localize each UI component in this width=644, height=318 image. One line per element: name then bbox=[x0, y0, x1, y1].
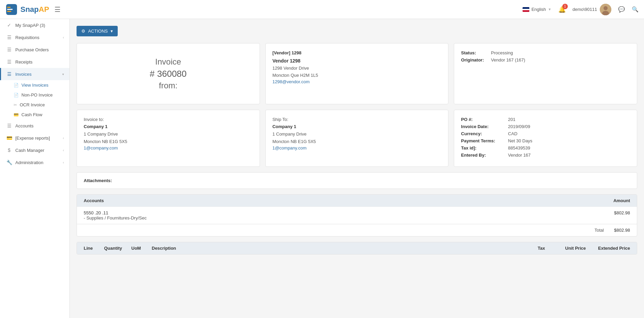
status-card: Status: Processing Originator: Vendor 16… bbox=[454, 43, 637, 104]
sidebar-item-expense-reports[interactable]: 💳 [Expense reports] ‹ bbox=[0, 132, 69, 144]
invoice-number: # 360080 bbox=[150, 68, 186, 80]
sidebar-item-receipts[interactable]: ☰ Receipts bbox=[0, 56, 69, 68]
accounts-icon: ☰ bbox=[6, 123, 12, 128]
sidebar-item-cash-manager[interactable]: $ Cash Manager ‹ bbox=[0, 144, 69, 156]
username-label: demo\90111 bbox=[573, 7, 597, 12]
sub-label-view-invoices: View Invoices bbox=[21, 83, 48, 88]
flag-icon bbox=[523, 7, 529, 12]
ship-to-addr1: 1 Company Drive bbox=[273, 130, 442, 138]
dropdown-arrow-icon: ▾ bbox=[111, 29, 113, 34]
sub-label-cash-flow: Cash Flow bbox=[21, 112, 42, 117]
vendor-label-text: [Vendor] 1298 bbox=[273, 50, 301, 55]
currency-label: Currency: bbox=[461, 131, 505, 136]
sidebar-sub-item-cash-flow[interactable]: 💳 Cash Flow bbox=[14, 110, 69, 120]
sidebar-item-my-snapap[interactable]: ✓ My SnapAP (3) bbox=[0, 19, 69, 31]
lines-col-quantity: Quantity bbox=[104, 246, 131, 251]
actions-label: ACTIONS bbox=[88, 29, 108, 34]
search-icon[interactable]: 🔍 bbox=[632, 6, 639, 13]
currency-value: CAD bbox=[508, 131, 517, 136]
ship-to-card: Ship To: Company 1 1 Company Drive Monct… bbox=[265, 110, 449, 167]
entered-by-value: Vendor 167 bbox=[508, 153, 531, 158]
lines-col-tax: Tax bbox=[511, 246, 545, 251]
notification-button[interactable]: 🔔 1 bbox=[558, 6, 566, 13]
sidebar-sub-item-non-po-invoice[interactable]: 📄 Non-PO Invoice bbox=[14, 90, 69, 100]
invoice-to-label: Invoice to: bbox=[84, 117, 253, 122]
tax-id-value: 885439539 bbox=[508, 145, 530, 151]
user-info[interactable]: demo\90111 bbox=[573, 4, 611, 15]
receipts-icon: ☰ bbox=[6, 59, 12, 65]
sidebar-label-my-snapap: My SnapAP (3) bbox=[15, 23, 45, 28]
topnav-right: English ▼ 🔔 1 demo\90111 💬 🔍 bbox=[523, 4, 639, 15]
invoice-to-addr1: 1 Company Drive bbox=[84, 130, 253, 138]
check-icon: ✓ bbox=[6, 22, 12, 28]
sidebar: ✓ My SnapAP (3) ☰ Requisitions ‹ ☰ Purch… bbox=[0, 19, 70, 318]
po-label: PO #: bbox=[461, 117, 505, 122]
accounts-table: Accounts Amount 5550 .20 .11 - Supplies … bbox=[77, 194, 637, 236]
lines-table-header: Line Quantity UoM Description Tax Unit P… bbox=[77, 242, 637, 254]
chevron-down-icon: ▼ bbox=[548, 7, 551, 11]
gear-icon: ⚙ bbox=[81, 29, 85, 34]
sidebar-label-cash-manager: Cash Manager bbox=[15, 148, 44, 153]
ship-to-label: Ship To: bbox=[273, 117, 442, 122]
po-value: 201 bbox=[508, 117, 515, 122]
chat-icon[interactable]: 💬 bbox=[618, 6, 625, 13]
sidebar-label-receipts: Receipts bbox=[15, 59, 33, 65]
svg-rect-3 bbox=[7, 11, 11, 12]
logo-text: SnapAP bbox=[20, 5, 49, 14]
invoice-to-email: 1@company.com bbox=[84, 145, 253, 151]
account-code: 5550 .20 .11 bbox=[84, 210, 147, 215]
language-selector[interactable]: English ▼ bbox=[523, 7, 551, 12]
notification-badge: 1 bbox=[562, 4, 568, 9]
file2-icon: 📄 bbox=[14, 93, 19, 98]
actions-button[interactable]: ⚙ ACTIONS ▾ bbox=[77, 26, 118, 36]
accounts-col-amount: Amount bbox=[613, 198, 630, 203]
total-label: Total bbox=[595, 228, 604, 233]
status-value: Processing bbox=[491, 50, 513, 55]
logo[interactable]: SnapAP bbox=[5, 3, 49, 16]
invoice-top-grid: Invoice # 360080 from: [Vendor] 1298 Ven… bbox=[77, 43, 637, 104]
vendor-address1: 1298 Vendor Drive bbox=[273, 65, 442, 72]
payment-terms-label: Payment Terms: bbox=[461, 138, 505, 143]
sidebar-item-requisitions[interactable]: ☰ Requisitions ‹ bbox=[0, 31, 69, 43]
list-icon: ☰ bbox=[6, 35, 12, 40]
invoice-details-card: PO #: 201 Invoice Date: 2019/09/09 Curre… bbox=[454, 110, 637, 167]
invoices-submenu: 📄 View Invoices 📄 Non-PO Invoice ✂ OCR I… bbox=[0, 80, 69, 120]
sidebar-sub-item-view-invoices[interactable]: 📄 View Invoices bbox=[14, 80, 69, 90]
invoice-title-card: Invoice # 360080 from: bbox=[77, 43, 260, 104]
lines-col-uom: UoM bbox=[131, 246, 152, 251]
sidebar-item-administration[interactable]: 🔧 Administration ‹ bbox=[0, 156, 69, 169]
vendor-card: [Vendor] 1298 Vendor 1298 1298 Vendor Dr… bbox=[265, 43, 449, 104]
account-amount: $802.98 bbox=[614, 210, 630, 220]
sidebar-label-administration: Administration bbox=[15, 160, 43, 165]
dollar-icon: $ bbox=[6, 147, 12, 153]
invoice-date-value: 2019/09/09 bbox=[508, 124, 530, 129]
invoice-title-line1: Invoice bbox=[150, 56, 186, 68]
file-icon: 📄 bbox=[14, 83, 19, 88]
vendor-name: Vendor 1298 bbox=[273, 58, 442, 64]
sidebar-item-invoices[interactable]: ☰ Invoices ▾ bbox=[0, 68, 69, 80]
ship-to-email: 1@company.com bbox=[273, 145, 442, 151]
total-value: $802.98 bbox=[614, 228, 630, 233]
sidebar-item-purchase-orders[interactable]: ☰ Purchase Orders bbox=[0, 43, 69, 56]
main-content: ⚙ ACTIONS ▾ Invoice # 360080 from: [Vend… bbox=[70, 19, 644, 318]
sidebar-sub-item-ocr-invoice[interactable]: ✂ OCR Invoice bbox=[14, 100, 69, 110]
expense-icon: 💳 bbox=[6, 135, 12, 141]
logo-icon bbox=[5, 3, 18, 16]
hamburger-menu[interactable]: ☰ bbox=[54, 5, 61, 14]
accounts-col-accounts: Accounts bbox=[84, 198, 104, 203]
sidebar-item-accounts[interactable]: ☰ Accounts bbox=[0, 120, 69, 132]
chevron-down-icon: ▾ bbox=[62, 72, 64, 76]
chevron-right4-icon: ‹ bbox=[63, 161, 64, 164]
lines-table: Line Quantity UoM Description Tax Unit P… bbox=[77, 242, 637, 254]
invoice-date-label: Invoice Date: bbox=[461, 124, 505, 129]
accounts-table-row: 5550 .20 .11 - Supplies / Fournitures-Dr… bbox=[77, 207, 637, 224]
account-desc: - Supplies / Fournitures-Dry/Sec bbox=[84, 215, 147, 220]
sidebar-label-accounts: Accounts bbox=[15, 123, 33, 128]
sidebar-label-expense-reports: [Expense reports] bbox=[15, 136, 50, 141]
svg-point-5 bbox=[604, 6, 608, 10]
sidebar-label-invoices: Invoices bbox=[15, 72, 32, 77]
invoices-icon: ☰ bbox=[6, 71, 12, 77]
scissors-icon: ✂ bbox=[14, 103, 17, 107]
vendor-email: 1298@vendor.com bbox=[273, 79, 442, 84]
lines-col-unit-price: Unit Price bbox=[545, 246, 586, 251]
